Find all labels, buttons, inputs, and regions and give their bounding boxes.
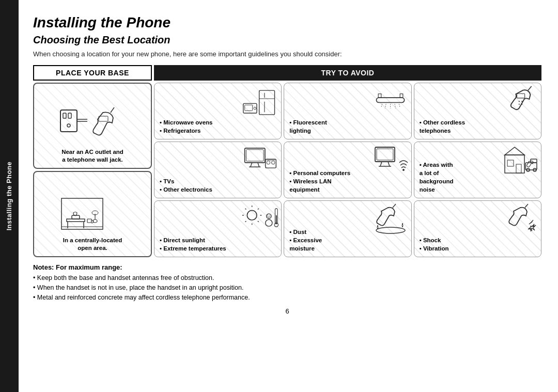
svg-rect-2: [68, 113, 71, 118]
svg-point-73: [268, 215, 268, 215]
svg-line-42: [258, 163, 259, 167]
place-cell-open: In a centrally-locatedopen area.: [33, 171, 152, 257]
svg-line-6: [111, 107, 114, 113]
place-caption-1: Near an AC outlet anda telephone wall ja…: [61, 148, 123, 164]
grid-area: Near an AC outlet anda telephone wall ja…: [33, 83, 541, 257]
avoid-cell-cordless: Other cordlesstelephones: [414, 83, 541, 139]
fluorescent-text: Fluorescentlighting: [289, 118, 406, 135]
microwave-fridge-icon: [242, 86, 278, 119]
svg-line-70: [258, 221, 259, 222]
note-1: Keep both the base and handset antennas …: [33, 273, 541, 283]
svg-rect-49: [377, 149, 393, 160]
svg-point-37: [519, 104, 520, 105]
avoid-cell-fluorescent: Fluorescentlighting: [284, 83, 411, 139]
notes-title: Notes: For maximum range:: [33, 263, 541, 271]
microwave-fridge-text: Microwave ovens Refrigerators: [160, 118, 276, 135]
avoid-cell-tv: TVs Other electronics: [154, 142, 282, 198]
svg-line-31: [385, 104, 386, 108]
svg-rect-48: [375, 147, 395, 162]
fluorescent-icon: [373, 86, 409, 119]
svg-point-71: [266, 219, 272, 226]
page-number: 6: [33, 307, 541, 315]
svg-rect-77: [276, 215, 277, 224]
shock-vibration-icon: [502, 203, 538, 237]
avoid-grid: Microwave ovens Refrigerators: [154, 83, 541, 257]
avoid-cell-shock: Shock Vibration: [414, 200, 541, 257]
tv-text: TVs Other electronics: [160, 177, 276, 194]
svg-point-72: [267, 214, 271, 218]
tv-electronics-icon: [242, 145, 278, 178]
svg-rect-27: [400, 94, 403, 98]
svg-line-30: [399, 104, 400, 107]
cordless-text: Other cordlesstelephones: [420, 118, 536, 135]
sun-temp-icon: [242, 203, 278, 237]
svg-rect-25: [376, 98, 404, 102]
svg-rect-39: [245, 148, 265, 163]
avoid-cell-sun: Direct sunlight Extreme temperatures: [154, 200, 282, 257]
main-content: Installing the Phone Choosing the Best L…: [19, 0, 558, 392]
side-tab: Installing the Phone: [0, 0, 19, 392]
svg-rect-40: [246, 150, 264, 161]
svg-rect-18: [259, 90, 275, 115]
svg-line-68: [258, 209, 259, 210]
notes-section: Notes: For maximum range: Keep both the …: [33, 263, 541, 302]
left-col: Near an AC outlet anda telephone wall ja…: [33, 83, 152, 257]
header-avoid: TRY TO AVOID: [154, 65, 541, 81]
svg-line-78: [393, 204, 396, 208]
svg-rect-34: [517, 93, 524, 98]
svg-line-67: [245, 209, 246, 210]
svg-rect-1: [63, 113, 66, 118]
svg-rect-13: [72, 215, 80, 219]
open-area-icon: [56, 193, 129, 234]
svg-point-45: [267, 161, 270, 165]
svg-point-38: [521, 104, 522, 105]
note-2: When the handset is not in use, place th…: [33, 283, 541, 293]
svg-line-28: [381, 104, 382, 107]
svg-point-3: [67, 124, 70, 127]
svg-rect-23: [245, 105, 253, 111]
header-place: PLACE YOUR BASE: [33, 65, 152, 81]
svg-point-74: [270, 215, 270, 215]
cordless-phone-icon: [502, 86, 538, 119]
avoid-cell-noise: Areas witha lot ofbackgroundnoise: [414, 142, 541, 198]
svg-point-36: [521, 101, 522, 102]
notes-list: Keep both the base and handset antennas …: [33, 273, 541, 302]
svg-line-80: [525, 204, 528, 208]
svg-line-33: [528, 86, 531, 90]
place-caption-2: In a centrally-locatedopen area.: [63, 237, 122, 252]
svg-point-24: [254, 107, 256, 109]
svg-line-84: [531, 220, 533, 223]
svg-rect-7: [99, 116, 108, 121]
page-title: Installing the Phone: [33, 14, 541, 31]
svg-line-50: [380, 162, 382, 166]
sun-text: Direct sunlight Extreme temperatures: [160, 236, 276, 253]
page-wrapper: Installing the Phone Installing the Phon…: [0, 0, 558, 392]
avoid-cell-dust: Dust Excessivemoisture: [284, 200, 411, 257]
computer-text: Personal computers Wireless LANequipment: [289, 169, 406, 194]
section-title: Choosing the Best Location: [33, 34, 541, 46]
svg-line-32: [395, 104, 396, 108]
svg-point-35: [519, 101, 520, 102]
svg-marker-55: [505, 147, 524, 155]
note-3: Metal and reinforced concrete may affect…: [33, 293, 541, 303]
place-cell-ac: Near an AC outlet anda telephone wall ja…: [33, 83, 152, 169]
avoid-cell-computer: Personal computers Wireless LANequipment: [284, 142, 411, 198]
dust-text: Dust Excessivemoisture: [289, 228, 406, 253]
shock-text: Shock Vibration: [420, 236, 536, 253]
noise-text: Areas witha lot ofbackgroundnoise: [420, 161, 536, 194]
svg-line-69: [245, 221, 246, 222]
side-tab-label: Installing the Phone: [6, 162, 13, 231]
svg-line-41: [251, 163, 252, 167]
avoid-cell-microwave: Microwave ovens Refrigerators: [154, 83, 282, 139]
ac-outlet-icon: [56, 105, 129, 146]
svg-rect-17: [87, 219, 91, 223]
svg-point-46: [272, 161, 275, 165]
svg-rect-26: [378, 94, 381, 98]
intro-text: When choosing a location for your new ph…: [33, 50, 541, 58]
svg-point-62: [247, 210, 257, 220]
table-header: PLACE YOUR BASE TRY TO AVOID: [33, 65, 541, 81]
svg-line-51: [388, 162, 390, 166]
